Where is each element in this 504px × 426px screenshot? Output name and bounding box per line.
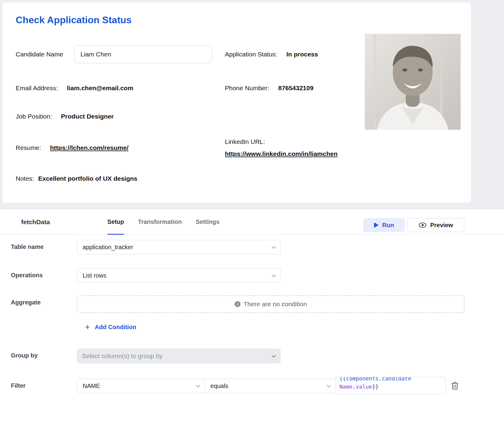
add-condition-button[interactable]: + Add Condition (85, 323, 136, 331)
phone-label: Phone Number: (225, 84, 269, 92)
eye-icon (419, 222, 427, 228)
linkedin-link-row: https://www.linkedin.com/in/liamchen (225, 150, 338, 157)
chevron-down-icon (196, 385, 200, 388)
phone-row: Phone Number: 8765432109 (225, 84, 313, 92)
table-name-value: application_tracker (83, 244, 133, 251)
application-status-card: Check Application Status Candidate Name … (2, 2, 471, 203)
plus-icon: + (85, 323, 90, 331)
run-button-label: Run (382, 222, 394, 229)
chevron-down-icon (271, 246, 276, 249)
tab-setup[interactable]: Setup (107, 209, 124, 234)
tab-settings-label: Settings (196, 218, 219, 225)
notes-label: Notes: (16, 175, 34, 182)
application-status-row: Application Status: In process (225, 51, 318, 58)
filter-label: Filter (11, 382, 26, 389)
filter-operator-value: equals (210, 383, 228, 389)
tab-transformation[interactable]: Transformation (138, 209, 182, 234)
email-label: Email Address: (16, 84, 58, 92)
candidate-name-input[interactable] (74, 45, 212, 63)
play-icon (374, 222, 379, 228)
email-row: Email Address: liam.chen@email.com (16, 84, 133, 92)
aggregate-empty-text: There are no condition (244, 300, 307, 308)
preview-button-label: Preview (430, 222, 453, 229)
delete-filter-icon[interactable] (451, 381, 459, 390)
application-status-value: In process (286, 51, 318, 58)
aggregate-empty-area: i There are no condition (77, 295, 465, 313)
group-by-label: Group by (11, 352, 38, 359)
linkedin-label: LinkedIn URL: (225, 138, 265, 145)
group-by-placeholder: Select column(s) to group by (82, 352, 162, 360)
table-name-select[interactable]: application_tracker (77, 240, 281, 254)
linkedin-label-row: LinkedIn URL: (225, 138, 265, 145)
page-title: Check Application Status (16, 14, 132, 26)
candidate-photo (365, 34, 461, 130)
aggregate-label: Aggregate (11, 299, 41, 306)
run-button[interactable]: Run (363, 218, 405, 232)
phone-value: 8765432109 (278, 84, 313, 92)
notes-value: Excellent portfolio of UX designs (38, 175, 137, 182)
candidate-name-label: Candidate Name (16, 51, 63, 58)
query-name: fetchData (21, 218, 50, 226)
info-icon: i (235, 301, 241, 307)
table-name-label: Table name (11, 243, 44, 250)
chevron-down-icon (271, 274, 276, 277)
resume-link[interactable]: https://lchen.com/resume/ (50, 144, 128, 151)
filter-code-content: {{components.candidate Name.value}} (339, 377, 442, 391)
tab-transformation-label: Transformation (138, 218, 182, 225)
add-condition-label: Add Condition (95, 324, 136, 331)
operations-value: List rows (83, 272, 106, 279)
preview-button[interactable]: Preview (408, 218, 464, 232)
job-position-label: Job Position: (16, 113, 52, 120)
filter-code-line2: Name.value}} (339, 383, 442, 391)
job-position-value: Product Designer (61, 113, 114, 120)
application-status-label: Application Status: (225, 51, 277, 58)
tab-setup-label: Setup (107, 218, 124, 225)
filter-value-code-editor[interactable]: {{components.candidate Name.value}} (335, 377, 446, 394)
job-position-row: Job Position: Product Designer (16, 113, 114, 120)
linkedin-link[interactable]: https://www.linkedin.com/in/liamchen (225, 150, 338, 157)
chevron-down-icon (326, 385, 331, 388)
query-editor-header: fetchData Setup Transformation Settings … (0, 209, 504, 234)
query-editor-panel: fetchData Setup Transformation Settings … (0, 209, 504, 426)
query-tabs: Setup Transformation Settings (107, 209, 219, 234)
operations-select[interactable]: List rows (77, 268, 281, 283)
chevron-down-icon (271, 355, 276, 358)
email-value: liam.chen@email.com (67, 84, 133, 92)
resume-label: Resume: (16, 144, 41, 151)
operations-label: Operations (11, 272, 43, 279)
active-tab-indicator (107, 234, 124, 235)
tab-settings[interactable]: Settings (196, 209, 219, 234)
filter-column-value: NAME (83, 383, 100, 389)
notes-row: Notes: Excellent portfolio of UX designs (16, 175, 137, 182)
filter-column-select[interactable]: NAME (77, 379, 205, 393)
filter-operator-select[interactable]: equals (205, 379, 336, 393)
resume-row: Resume: https://lchen.com/resume/ (16, 144, 128, 151)
candidate-name-row: Candidate Name (16, 51, 63, 58)
filter-code-line1: {{components.candidate (339, 377, 442, 383)
group-by-select[interactable]: Select column(s) to group by (77, 348, 281, 364)
candidate-photo-image (365, 34, 461, 130)
